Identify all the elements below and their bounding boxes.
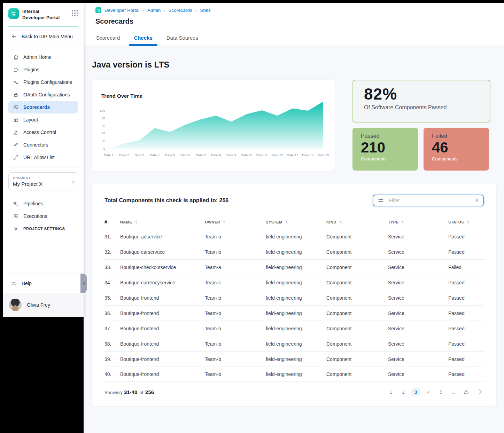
table-row[interactable]: 39.Boutique-frontendTeam-bfield-engineer… bbox=[104, 351, 484, 367]
table-row[interactable]: 36.Boutique-frontendTeam-bfield-engineer… bbox=[104, 305, 484, 321]
page-3[interactable]: 3 bbox=[411, 387, 420, 396]
page-25[interactable]: 25 bbox=[462, 387, 471, 396]
next-page-icon[interactable] bbox=[477, 388, 484, 395]
sidebar-nav: Admin HomePluginsPlugins ConfigurationsO… bbox=[3, 46, 84, 167]
sidebar-item-plugins[interactable]: Plugins bbox=[8, 63, 78, 76]
passed-value: 210 bbox=[361, 140, 418, 155]
table-row[interactable]: 32.Boutique-carservuceTeam-bfield-engine… bbox=[104, 244, 484, 259]
table-row[interactable]: 34.Boutique-currencyserviceTeam-cfield-e… bbox=[104, 275, 484, 290]
layout-icon bbox=[13, 117, 19, 123]
failed-label: Failed bbox=[432, 133, 489, 139]
filter-input[interactable] bbox=[389, 198, 472, 203]
svg-text:Date 12: Date 12 bbox=[271, 153, 283, 157]
trend-area-chart: 020406080100Date 1Date 2Date 3Date 4Date… bbox=[96, 100, 330, 163]
svg-text:100: 100 bbox=[100, 109, 105, 112]
sidebar-item-scorecards[interactable]: Scorecards bbox=[8, 101, 78, 113]
breadcrumb-stats[interactable]: Stats bbox=[200, 8, 211, 13]
sidebar-item-oauth-configurations[interactable]: OAuth Configurations bbox=[8, 88, 78, 101]
cell-type: Service bbox=[388, 234, 448, 239]
column-header-owner[interactable]: OWNER bbox=[205, 220, 266, 225]
executions-icon bbox=[13, 213, 19, 219]
sidebar-item-pipelines[interactable]: Pipelines bbox=[8, 197, 78, 210]
sidebar-item-executions[interactable]: Executions bbox=[8, 210, 78, 222]
filter-box: ✕ bbox=[373, 195, 484, 206]
sidebar-item-layout[interactable]: Layout bbox=[8, 113, 78, 126]
cell-kind: Component bbox=[326, 326, 388, 331]
cell-name: Boutique-carservuce bbox=[120, 249, 205, 255]
components-table-card: Total Components this check is applied t… bbox=[92, 184, 496, 406]
page-1[interactable]: 1 bbox=[386, 387, 395, 396]
page-5[interactable]: 5 bbox=[436, 387, 445, 396]
column-header-system[interactable]: SYSTEM bbox=[266, 220, 326, 225]
cell-status: Passed bbox=[448, 326, 484, 331]
table-row[interactable]: 40.Boutique-frontendTeam-bfield-engineer… bbox=[104, 367, 484, 382]
column-header-name[interactable]: NAME bbox=[120, 220, 205, 225]
sort-icon[interactable] bbox=[466, 220, 471, 225]
sort-icon[interactable] bbox=[339, 220, 343, 225]
sidebar-item-admin-home[interactable]: Admin Home bbox=[8, 51, 78, 63]
page-2[interactable]: 2 bbox=[399, 387, 408, 396]
cell-kind: Component bbox=[326, 295, 388, 301]
cell-owner: Team-b bbox=[205, 356, 266, 362]
page-4[interactable]: 4 bbox=[424, 387, 433, 396]
cell-num: 40. bbox=[104, 371, 120, 377]
chart-title: Trend Over Time bbox=[101, 93, 142, 99]
sidebar-item-project-settings[interactable]: PROJECT SETTINGS bbox=[8, 222, 78, 235]
passed-card: Passed 210 Components bbox=[352, 128, 418, 171]
sliders-icon[interactable] bbox=[378, 197, 384, 204]
project-selector[interactable]: PROJECT My Project X › bbox=[8, 172, 78, 190]
column-label: TYPE bbox=[388, 220, 398, 224]
column-label: NAME bbox=[120, 220, 132, 224]
back-to-idp-main-menu[interactable]: Back to IDP Main Menu bbox=[3, 26, 84, 46]
main-header: Developer Portal›Admin›Scorecards›Stats … bbox=[84, 3, 504, 46]
cell-kind: Component bbox=[326, 356, 388, 362]
tab-checks[interactable]: Checks bbox=[134, 35, 152, 46]
cell-kind: Component bbox=[326, 234, 388, 239]
sort-icon[interactable] bbox=[222, 220, 227, 225]
cell-system: field-engineering bbox=[266, 371, 326, 377]
svg-text:Date 7: Date 7 bbox=[196, 153, 206, 157]
svg-text:0: 0 bbox=[103, 147, 105, 150]
column-header-type[interactable]: TYPE bbox=[388, 220, 448, 225]
table-title: Total Components this check is applied t… bbox=[104, 197, 228, 204]
table-row[interactable]: 33.Boutique-checkoutserviceTeam-afield-e… bbox=[104, 259, 484, 275]
svg-text:40: 40 bbox=[101, 131, 105, 135]
sidebar-item-access-control[interactable]: Access Control bbox=[8, 126, 78, 139]
page-title: Scorecards bbox=[95, 17, 133, 25]
sidebar-collapse-handle[interactable] bbox=[80, 274, 87, 293]
sort-icon[interactable] bbox=[134, 220, 139, 225]
cell-num: 36. bbox=[104, 310, 120, 316]
close-icon[interactable]: ✕ bbox=[475, 198, 479, 203]
sidebar-item-connectors[interactable]: Connectors bbox=[8, 139, 78, 151]
passed-label: Passed bbox=[361, 133, 418, 139]
table-row[interactable]: 31.Boutique-adserviceTeam-afield-enginee… bbox=[104, 229, 484, 244]
table-row[interactable]: 37.Boutique-frontendTeam-bfield-engineer… bbox=[104, 321, 484, 336]
sidebar-item-plugins-configurations[interactable]: Plugins Configurations bbox=[8, 76, 78, 88]
cell-name: Boutique-frontend bbox=[120, 356, 205, 362]
breadcrumb-scorecards[interactable]: Scorecards bbox=[169, 8, 192, 13]
column-label: STATUS bbox=[448, 220, 464, 224]
sort-icon[interactable] bbox=[285, 220, 289, 225]
user-name: Olivia Frey bbox=[27, 302, 50, 308]
svg-text:Date 14: Date 14 bbox=[302, 153, 313, 157]
tab-scorecard[interactable]: Scorecard bbox=[96, 35, 120, 46]
table-row[interactable]: 35.Boutique-frontendTeam-bfield-engineer… bbox=[104, 290, 484, 305]
cell-system: field-engineering bbox=[266, 356, 326, 362]
main-area: Developer Portal›Admin›Scorecards›Stats … bbox=[84, 3, 504, 433]
showing-label: Showing bbox=[104, 390, 122, 395]
sidebar-item-label: Access Control bbox=[23, 129, 56, 135]
grid-dots-icon[interactable] bbox=[72, 10, 78, 16]
column-header-status[interactable]: STATUS bbox=[448, 220, 484, 225]
tab-data-sources[interactable]: Data Sources bbox=[166, 35, 198, 46]
breadcrumb-developer-portal[interactable]: Developer Portal bbox=[104, 8, 140, 13]
user-menu[interactable]: Olivia Frey bbox=[3, 293, 84, 317]
table-body: 31.Boutique-adserviceTeam-afield-enginee… bbox=[104, 229, 484, 382]
svg-text:80: 80 bbox=[101, 116, 105, 120]
breadcrumb-admin[interactable]: Admin bbox=[147, 8, 161, 13]
sort-icon[interactable] bbox=[401, 220, 405, 225]
column-header-kind[interactable]: KIND bbox=[326, 220, 388, 225]
cell-system: field-engineering bbox=[266, 310, 326, 316]
sidebar-item-url-allow-list[interactable]: URL Allow List bbox=[8, 151, 78, 164]
help-button[interactable]: Help bbox=[3, 274, 84, 293]
table-row[interactable]: 38.Boutique-frontendTeam-bfield-engineer… bbox=[104, 336, 484, 351]
